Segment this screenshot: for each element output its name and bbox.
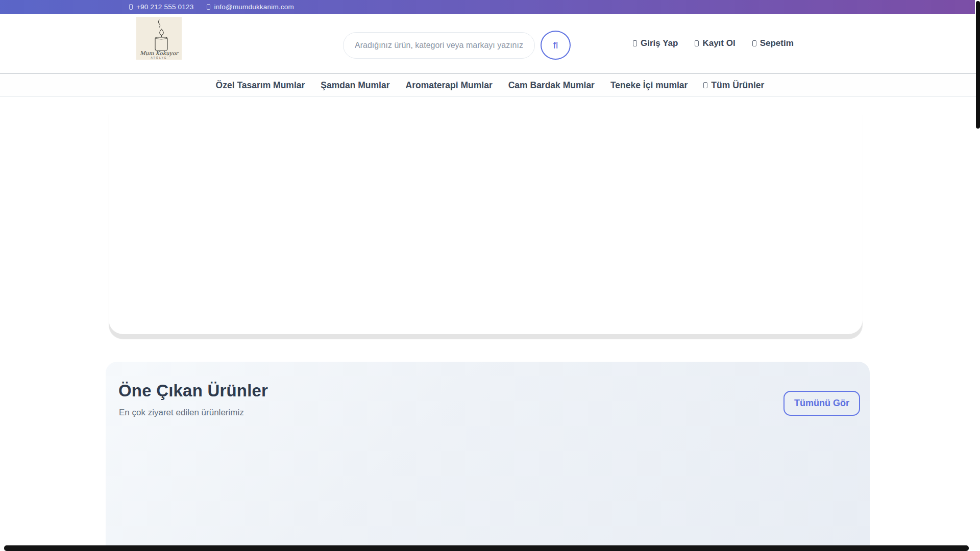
login-link[interactable]: Giriş Yap bbox=[633, 38, 678, 48]
logo[interactable]: Mum Kokuyor ATÖLYE bbox=[136, 17, 182, 60]
nav-item-label: Şamdan Mumlar bbox=[321, 80, 389, 91]
cart-icon bbox=[752, 40, 756, 46]
page: +90 212 555 0123 info@mumdukkanim.com Mu… bbox=[0, 0, 980, 551]
nav-item-ozel-tasarim[interactable]: Özel Tasarım Mumlar bbox=[216, 80, 305, 91]
section-subtitle: En çok ziyaret edilen ürünlerimiz bbox=[119, 408, 860, 418]
bottom-bar bbox=[4, 545, 969, 551]
nav-item-label: Teneke İçi mumlar bbox=[610, 80, 688, 91]
cart-label: Sepetim bbox=[760, 38, 794, 48]
search-icon: fl bbox=[553, 40, 558, 51]
nav-item-cam-bardak[interactable]: Cam Bardak Mumlar bbox=[508, 80, 595, 91]
candle-rim bbox=[156, 39, 167, 40]
vertical-scrollbar-thumb[interactable] bbox=[976, 1, 980, 129]
register-icon bbox=[695, 40, 699, 46]
nav-item-tum-urunler[interactable]: Tüm Ürünler bbox=[703, 80, 764, 91]
search-input[interactable] bbox=[343, 32, 535, 59]
header: Mum Kokuyor ATÖLYE fl Giriş Yap Kayıt Ol… bbox=[0, 14, 980, 73]
nav-item-aromaterapi[interactable]: Aromaterapi Mumlar bbox=[406, 80, 493, 91]
logo-tagline-text: ATÖLYE bbox=[151, 56, 167, 59]
nav-item-samdan[interactable]: Şamdan Mumlar bbox=[321, 80, 389, 91]
flame-shape bbox=[160, 29, 164, 36]
phone-number: +90 212 555 0123 bbox=[136, 3, 193, 11]
all-products-icon bbox=[703, 82, 707, 88]
view-all-button[interactable]: Tümünü Gör bbox=[783, 391, 860, 416]
register-label: Kayıt Ol bbox=[702, 38, 735, 48]
phone-icon bbox=[129, 4, 133, 10]
top-contact-bar: +90 212 555 0123 info@mumdukkanim.com bbox=[0, 0, 975, 14]
user-icon bbox=[633, 40, 637, 46]
login-label: Giriş Yap bbox=[641, 38, 678, 48]
nav-item-label: Özel Tasarım Mumlar bbox=[216, 80, 305, 91]
email-contact[interactable]: info@mumdukkanim.com bbox=[207, 3, 294, 11]
nav-item-teneke-ici[interactable]: Teneke İçi mumlar bbox=[610, 80, 688, 91]
category-nav: Özel Tasarım Mumlar Şamdan Mumlar Aromat… bbox=[0, 73, 980, 97]
hero-banner bbox=[109, 98, 863, 334]
search-bar: fl bbox=[343, 31, 571, 60]
phone-contact[interactable]: +90 212 555 0123 bbox=[129, 3, 193, 11]
contact-info: +90 212 555 0123 info@mumdukkanim.com bbox=[129, 0, 294, 14]
smoke-squiggle bbox=[158, 20, 160, 28]
candle-logo-image: Mum Kokuyor ATÖLYE bbox=[136, 17, 182, 60]
cart-link[interactable]: Sepetim bbox=[752, 38, 794, 48]
nav-item-label: Aromaterapi Mumlar bbox=[406, 80, 493, 91]
nav-item-label: Tüm Ürünler bbox=[711, 80, 764, 91]
register-link[interactable]: Kayıt Ol bbox=[695, 38, 735, 48]
nav-item-label: Cam Bardak Mumlar bbox=[508, 80, 595, 91]
mail-icon bbox=[207, 4, 210, 10]
featured-products-section: Öne Çıkan Ürünler En çok ziyaret edilen … bbox=[106, 362, 870, 551]
search-button[interactable]: fl bbox=[541, 31, 571, 60]
section-title: Öne Çıkan Ürünler bbox=[118, 381, 860, 400]
account-links: Giriş Yap Kayıt Ol Sepetim bbox=[633, 14, 794, 73]
email-address: info@mumdukkanim.com bbox=[214, 3, 294, 11]
